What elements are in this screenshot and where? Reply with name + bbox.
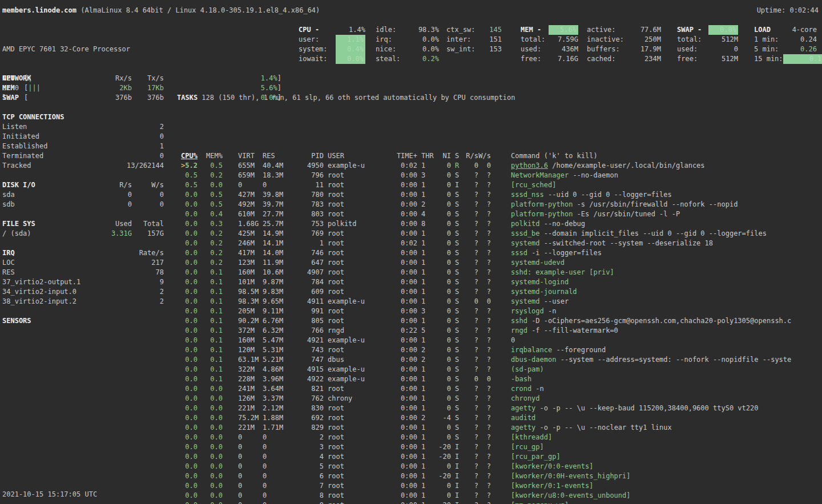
cell-command[interactable]: python3.6 /home/example-user/.local/bin/… [511,161,820,171]
process-row[interactable]: 0.00.1160M5.47M4921example-u0:0010S??0 [177,336,820,345]
stat-value: 0.0% [422,45,439,54]
cell-user: root [328,316,373,326]
column-header-user[interactable]: USER [328,151,373,161]
item-name: 38_virtio2-input.2 [2,297,84,307]
cell-ws: ? [478,471,491,481]
cell-time: 0:00 [373,219,417,229]
process-row[interactable]: 0.00.2417M14.0M746root0:0010S??sssd -i -… [177,248,820,258]
stat-label: iowait: [299,54,328,64]
cell-rs: ? [462,471,478,481]
process-row[interactable]: 0.00.1101M9.87M784root0:0010S??systemd-l… [177,277,820,287]
item-name: sda [2,190,84,200]
cell-res: 3.96M [263,374,295,384]
cell-command: systemd-logind [511,277,820,287]
process-row[interactable]: 0.00.5427M39.8M780root0:0010S??sssd_nss … [177,190,820,200]
process-row[interactable]: 0.00.198.5M9.83M609root0:0010S??systemd-… [177,287,820,297]
process-row[interactable]: 0.00.0126M3.37M762chrony0:0010S??chronyd [177,394,820,404]
process-row[interactable]: >5.20.5655M40.4M4950example-u0:0210R00py… [177,161,820,171]
process-row[interactable]: 0.00.0009root0:001-20I??[mm_percpu_wq] [177,501,820,504]
stat-label: used: [521,45,541,54]
column-header-pid[interactable]: PID [295,151,324,161]
stat-row: nice:0.0% [376,45,439,54]
cell-rs: ? [462,462,478,471]
process-row[interactable]: 0.00.2123M11.9M647root0:0010S??systemd-u… [177,258,820,268]
cell-cpu: 0.5 [177,171,198,180]
column-header-mem[interactable]: MEM% [198,151,223,161]
cell-state: S [455,268,462,277]
process-row[interactable]: 0.00.1228M3.96M4922example-u0:0010S00-ba… [177,374,820,384]
cell-pid: 2 [295,433,324,442]
cell-cpu: 0.0 [177,336,198,345]
column-header-thr[interactable]: THR [421,151,429,161]
cell-pid: 692 [295,413,324,423]
process-row[interactable]: 0.00.198.3M9.65M4911example-u0:0010S00sy… [177,297,820,307]
process-row[interactable]: 0.00.0006root0:001-20I??[kworker/0:0H-ev… [177,471,820,481]
process-row[interactable]: 0.00.0007root0:0010I??[kworker/0:1-event… [177,481,820,491]
column-header-ws[interactable]: W/s [478,151,491,161]
cpu-value: 0.0 [185,220,198,228]
process-row[interactable]: 0.00.075.2M1.88M692root0:002-4S??auditd [177,413,820,423]
cell-thr: 1 [421,277,429,287]
stat-label: LOAD [754,25,771,35]
process-row[interactable]: 0.00.0241M3.64M821root0:0010S??crond -n [177,384,820,394]
cell-state: S [455,374,462,384]
cell-rs: ? [462,268,478,277]
cell-user: example-u [328,297,373,307]
process-row[interactable]: 0.00.190.2M6.76M805root0:0010S??sshd -D … [177,316,820,326]
process-row[interactable]: 0.00.1160M10.6M4907root0:0010S??sshd: ex… [177,268,820,277]
process-row[interactable]: 0.00.1120M5.31M743root0:0020S??irqbalanc… [177,345,820,355]
cell-ni: 0 [429,316,451,326]
cell-state: S [455,190,462,200]
column-header-res[interactable]: RES [263,151,295,161]
item-value: 2 [84,122,164,132]
process-row[interactable]: 0.00.4610M27.7M803root0:0040S??platform-… [177,209,820,219]
cell-command: [kworker/u8:0-events_unbound] [511,491,820,501]
process-row[interactable]: 0.00.0004root0:001-20I??[rcu_par_gp] [177,452,820,462]
process-row[interactable]: 0.00.0008root0:0010I??[kworker/u8:0-even… [177,491,820,501]
command-name: sssd_nss [511,191,544,199]
process-row[interactable]: 0.00.1205M9.11M991root0:0030S??rsyslogd … [177,307,820,316]
sidebar: NETWORKRx/sTx/seth02Kb17Kblo376b376bTCP … [2,74,164,336]
cell-cpu: 0.0 [177,404,198,413]
process-row[interactable]: 0.00.31.68G25.7M753polkitd0:0080S??polki… [177,219,820,229]
cell-pid: 805 [295,316,324,326]
cell-user: dbus [328,355,373,365]
process-row[interactable]: 0.00.1322M4.86M4915example-u0:0010S??(sd… [177,365,820,374]
column-header-time[interactable]: TIME+ [373,151,417,161]
column-header-state[interactable]: S [455,151,462,161]
cell-command: [rcu_gp] [511,442,820,452]
stat-label: CPU - [299,25,319,35]
process-row[interactable]: 0.00.2425M14.9M769root0:0010S??sssd_be -… [177,229,820,239]
column-header-command[interactable]: Command ('k' to kill) [511,151,820,161]
process-row[interactable]: 0.00.0003root0:001-20I??[rcu_gp] [177,442,820,452]
cell-ni: 0 [429,404,451,413]
stat-label: total: [521,35,545,45]
list-item: Terminated0 [2,151,164,161]
column-header-cpu[interactable]: CPU% [177,151,198,161]
cell-ni: -20 [429,501,451,504]
process-row[interactable]: 0.50.00011root0:0010I??[rcu_sched] [177,180,820,190]
process-row[interactable]: 0.00.2246M14.1M1root0:0210S??systemd --s… [177,239,820,248]
process-row[interactable]: 0.00.0005root0:0010I??[kworker/0:0-event… [177,462,820,471]
column-header-virt[interactable]: VIRT [238,151,263,161]
column-header-rs[interactable]: R/s [462,151,478,161]
item-value: 1 [84,142,164,151]
stat-value: 0.0% [336,54,365,64]
process-row[interactable]: 0.00.1372M6.32M766rngd0:2250S??rngd -f -… [177,326,820,336]
cell-state: S [455,316,462,326]
process-row[interactable]: 0.50.2659M18.3M796root0:0030S??NetworkMa… [177,171,820,180]
command-name: sshd: example-user [priv] [511,268,614,276]
process-row[interactable]: 0.00.0221M2.12M830root0:0010S??agetty -o… [177,404,820,413]
process-row[interactable]: 0.00.0221M1.71M829root0:0010S??agetty -o… [177,423,820,433]
column-header-ni[interactable]: NI [429,151,451,161]
command-name: [rcu_par_gp] [511,453,561,461]
cell-ws: ? [478,501,491,504]
stat-value: 0.2% [422,54,439,64]
cell-ni: 0 [429,365,451,374]
cell-state: I [455,462,462,471]
cpu-value: 0.0 [185,433,198,441]
process-row[interactable]: 0.00.0002root0:0010S??[kthreadd] [177,433,820,442]
cell-user: root [328,452,373,462]
process-row[interactable]: 0.00.5492M39.7M783root0:0020S??platform-… [177,200,820,209]
process-row[interactable]: 0.00.163.1M5.21M747dbus0:0020S??dbus-dae… [177,355,820,365]
